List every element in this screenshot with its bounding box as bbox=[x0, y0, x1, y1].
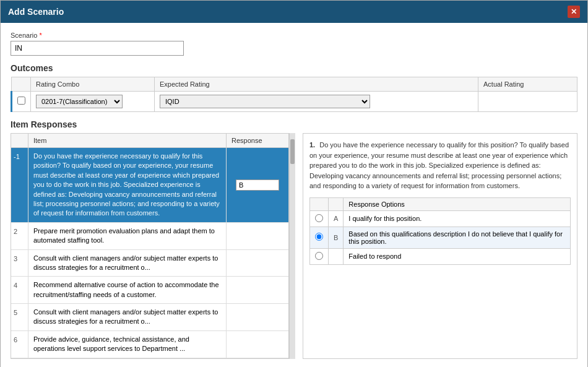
option-letter bbox=[329, 248, 344, 264]
question-text: 1. Do you have the experience necessary … bbox=[309, 140, 571, 191]
response-cell bbox=[227, 331, 288, 358]
response-options-header: Response Options bbox=[344, 197, 571, 210]
list-item[interactable]: 5 Consult with client managers and/or su… bbox=[11, 304, 288, 331]
option-letter: A bbox=[329, 210, 344, 227]
response-option-radio[interactable] bbox=[315, 214, 323, 222]
item-description: Consult with client managers and/or subj… bbox=[28, 304, 227, 330]
scenario-section: Scenario * bbox=[11, 32, 577, 56]
response-cell bbox=[227, 148, 288, 222]
outcomes-table: Rating Combo Expected Rating Actual Rati… bbox=[11, 77, 577, 112]
question-body: Do you have the experience necessary to … bbox=[309, 141, 569, 189]
question-number: 1. bbox=[309, 141, 315, 149]
rating-combo-select[interactable]: 0201-7(Classification) bbox=[36, 95, 123, 108]
response-option-radio[interactable] bbox=[315, 252, 323, 260]
list-item[interactable]: 6 Provide advice, guidance, technical as… bbox=[11, 331, 288, 358]
radio-col-header bbox=[310, 197, 329, 210]
list-item[interactable]: -1 Do you have the experience necessary … bbox=[11, 148, 288, 223]
response-options-table: Response Options A I qualify for this po… bbox=[309, 197, 571, 265]
list-item[interactable]: 2 Prepare merit promotion evaluation pla… bbox=[11, 223, 288, 250]
outcomes-header-actual: Actual Rating bbox=[478, 77, 577, 92]
item-number: -1 bbox=[11, 148, 28, 222]
modal-title: Add Scenario bbox=[8, 7, 64, 17]
modal-body: Scenario * Outcomes Rating Combo Expecte… bbox=[1, 23, 587, 367]
item-description: Provide advice, guidance, technical assi… bbox=[28, 331, 227, 358]
option-text: I qualify for this position. bbox=[344, 210, 571, 227]
item-col-header: Item bbox=[28, 134, 227, 147]
radio-cell bbox=[310, 210, 329, 227]
item-description: Recommend alternative course of action t… bbox=[28, 277, 227, 303]
outcomes-row-checkbox[interactable] bbox=[17, 97, 25, 105]
outcomes-rating-combo-cell: 0201-7(Classification) bbox=[31, 92, 155, 112]
item-description: Prepare merit promotion evaluation plans… bbox=[28, 223, 227, 249]
outcomes-header-rating: Rating Combo bbox=[31, 77, 155, 92]
item-number: 4 bbox=[11, 277, 28, 303]
option-text: Based on this qualifications description… bbox=[344, 227, 571, 248]
response-option-radio[interactable] bbox=[315, 233, 323, 241]
response-option-row: B Based on this qualifications descripti… bbox=[310, 227, 571, 248]
scenario-input[interactable] bbox=[11, 41, 184, 56]
response-col-header: Response bbox=[227, 134, 288, 147]
response-cell bbox=[227, 304, 288, 330]
items-list: -1 Do you have the experience necessary … bbox=[11, 148, 288, 358]
expected-rating-select[interactable]: IQID bbox=[160, 95, 370, 108]
item-responses-section: Item Responses Item Response -1 bbox=[11, 119, 577, 359]
radio-cell bbox=[310, 248, 329, 264]
scrollbar-thumb[interactable] bbox=[290, 139, 295, 164]
item-number: 3 bbox=[11, 250, 28, 277]
item-responses-body: Item Response -1 Do you have the experie… bbox=[11, 133, 577, 359]
response-cell bbox=[227, 223, 288, 249]
outcomes-section: Outcomes Rating Combo Expected Rating Ac… bbox=[11, 63, 577, 112]
response-cell bbox=[227, 277, 288, 303]
left-panel-header: Item Response bbox=[11, 134, 288, 148]
outcomes-title: Outcomes bbox=[11, 63, 577, 73]
item-responses-title: Item Responses bbox=[11, 119, 577, 129]
response-input[interactable] bbox=[236, 179, 279, 191]
item-number: 2 bbox=[11, 223, 28, 249]
outcomes-header-checkbox-col bbox=[12, 77, 31, 92]
left-panel-wrapper: Item Response -1 Do you have the experie… bbox=[11, 133, 295, 359]
right-panel: 1. Do you have the experience necessary … bbox=[303, 133, 577, 359]
outcomes-expected-rating-cell: IQID bbox=[155, 92, 478, 112]
outcomes-header-expected: Expected Rating bbox=[155, 77, 478, 92]
item-description: Do you have the experience necessary to … bbox=[28, 148, 227, 222]
letter-col-header bbox=[329, 197, 344, 210]
option-letter: B bbox=[329, 227, 344, 248]
response-cell bbox=[227, 250, 288, 277]
radio-cell bbox=[310, 227, 329, 248]
modal-close-button[interactable]: ✕ bbox=[568, 6, 580, 18]
list-item[interactable]: 3 Consult with client managers and/or su… bbox=[11, 250, 288, 277]
response-option-row: Failed to respond bbox=[310, 248, 571, 264]
list-item[interactable]: 4 Recommend alternative course of action… bbox=[11, 277, 288, 304]
item-number: 5 bbox=[11, 304, 28, 330]
outcomes-actual-rating-cell bbox=[478, 92, 577, 112]
scrollbar[interactable] bbox=[289, 133, 295, 359]
outcomes-row: 0201-7(Classification) IQID bbox=[12, 92, 577, 112]
required-indicator: * bbox=[37, 32, 41, 39]
modal: Add Scenario ✕ Scenario * Outcomes Ratin… bbox=[0, 0, 588, 367]
left-panel: Item Response -1 Do you have the experie… bbox=[11, 133, 289, 359]
item-num-header bbox=[11, 134, 28, 147]
outcomes-row-indicator bbox=[12, 92, 31, 112]
option-text: Failed to respond bbox=[344, 248, 571, 264]
item-number: 6 bbox=[11, 331, 28, 358]
close-icon: ✕ bbox=[571, 7, 577, 16]
response-option-row: A I qualify for this position. bbox=[310, 210, 571, 227]
item-description: Consult with client managers and/or subj… bbox=[28, 250, 227, 277]
modal-header: Add Scenario ✕ bbox=[1, 1, 587, 23]
scenario-label: Scenario * bbox=[11, 32, 577, 39]
